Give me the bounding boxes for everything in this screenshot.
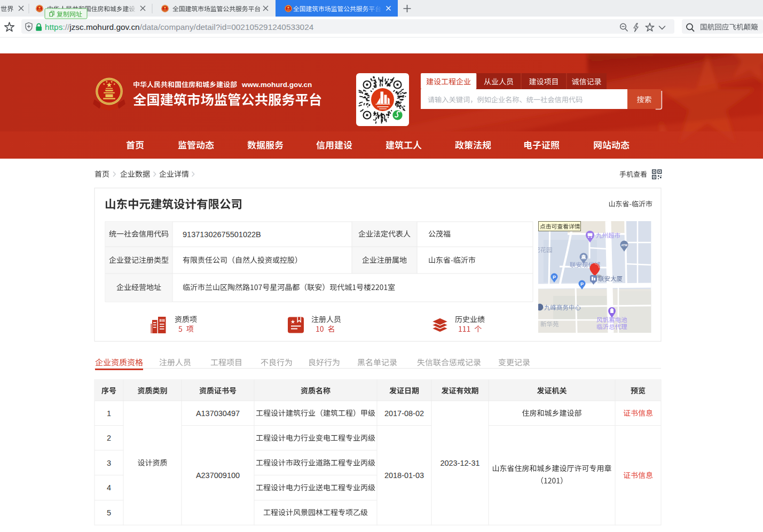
svg-text:2: 2 [107,434,111,442]
svg-text:4: 4 [107,483,111,492]
svg-text:A237009100: A237009100 [196,471,240,480]
svg-text:P: P [580,281,584,287]
svg-text:5: 5 [107,508,111,517]
svg-text:www.mohurd.gov.cn: www.mohurd.gov.cn [241,81,312,89]
svg-text:2023-12-31: 2023-12-31 [440,459,479,467]
svg-text:2018-01-03: 2018-01-03 [384,471,424,480]
svg-text:https://jzsc.mohurd.gov.cn/dat: https://jzsc.mohurd.gov.cn/data/company/… [45,22,314,32]
svg-text:2017-08-02: 2017-08-02 [384,409,424,418]
svg-text:P: P [553,275,556,280]
svg-text:ATM: ATM [621,244,627,247]
svg-text:A137030497: A137030497 [196,409,240,418]
svg-text:3: 3 [107,459,111,467]
svg-text:91371302675501022B: 91371302675501022B [183,230,261,239]
svg-text:1: 1 [107,409,111,418]
